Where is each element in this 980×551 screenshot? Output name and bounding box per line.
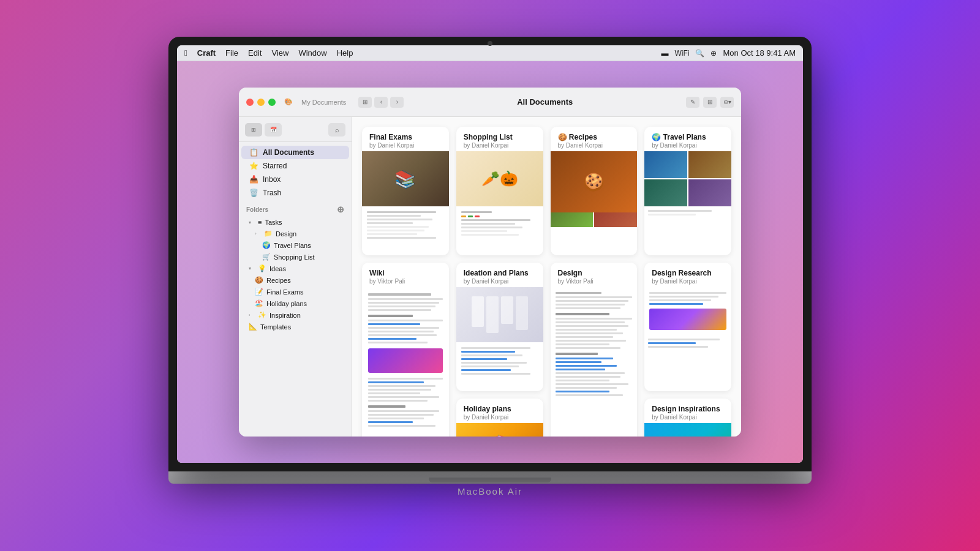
wiki-content-preview [362, 287, 449, 437]
window-titlebar: 🎨 My Documents ⊞ ‹ › All Documents ✎ ⊞ ⊖… [239, 88, 741, 117]
ideas-folder-icon: 💡 [258, 264, 266, 272]
macbook-wrapper:  Craft File Edit View Window Help ▬ WiF… [168, 37, 812, 514]
doc-card-holiday-plans[interactable]: Holiday plans by Daniel Korpai 🏖️ [456, 399, 543, 437]
doc-card-design[interactable]: Design by Viktor Pali [551, 263, 638, 437]
menu-view[interactable]: View [271, 48, 288, 58]
folder-final-exams[interactable]: 📝 Final Exams [241, 286, 349, 298]
folder-inspiration[interactable]: › ✨ Inspiration [241, 309, 349, 321]
calendar-view-button[interactable]: 📅 [265, 123, 282, 137]
back-button[interactable]: ‹ [374, 97, 388, 108]
doc-card-wiki[interactable]: Wiki by Viktor Pali [362, 263, 449, 437]
starred-label: Starred [263, 162, 287, 170]
app-background: 🎨 My Documents ⊞ ‹ › All Documents ✎ ⊞ ⊖… [177, 61, 803, 463]
new-doc-button[interactable]: ✎ [686, 97, 699, 108]
macbook-screen:  Craft File Edit View Window Help ▬ WiF… [168, 37, 812, 471]
final-exams-icon: 📝 [255, 288, 263, 296]
minimize-button[interactable] [257, 99, 265, 106]
card-preview: 🥕🎃 [456, 151, 543, 206]
card-preview [644, 423, 731, 437]
card-title: 🍪 Recipes [558, 133, 630, 141]
sidebar-view-controls: ⊞ 📅 ⌕ [239, 123, 352, 142]
sidebar-item-starred[interactable]: ⭐ Starred [241, 159, 349, 173]
ideas-chevron-icon: ▾ [249, 266, 255, 271]
search-icon[interactable]: 🔍 [695, 49, 704, 58]
craft-window: 🎨 My Documents ⊞ ‹ › All Documents ✎ ⊞ ⊖… [239, 88, 741, 437]
macbook-hinge [429, 478, 551, 482]
menu-window[interactable]: Window [298, 48, 326, 58]
titlebar-nav: ⊞ ‹ › [358, 97, 404, 108]
card-header: Design inspirations by Daniel Korpai [644, 399, 731, 423]
card-preview [644, 151, 731, 206]
card-preview [456, 287, 543, 342]
tasks-folder-icon: ≡ [258, 219, 262, 226]
card-title: Ideation and Plans [464, 269, 536, 277]
card-title: Final Exams [369, 133, 442, 141]
folder-travel-plans[interactable]: 🌍 Travel Plans [241, 239, 349, 251]
folder-design[interactable]: › 📁 Design [241, 228, 349, 239]
macbook-label: MacBook Air [458, 486, 522, 497]
apple-logo:  [184, 48, 187, 58]
add-folder-button[interactable]: ⊕ [337, 204, 344, 214]
sidebar-toggle-button[interactable]: ⊞ [358, 97, 372, 108]
control-icon[interactable]: ⊕ [710, 49, 717, 58]
inbox-label: Inbox [263, 175, 281, 184]
card-author: by Daniel Korpai [558, 142, 630, 149]
more-options-button[interactable]: ⊖▾ [720, 97, 734, 108]
card-header: Wiki by Viktor Pali [362, 263, 449, 287]
doc-card-design-research[interactable]: Design Research by Daniel Korpai [644, 263, 731, 391]
inspiration-folder-label: Inspiration [270, 312, 301, 319]
folder-shopping-list[interactable]: 🛒 Shopping List [241, 251, 349, 263]
card-preview: 📚 [362, 151, 449, 206]
all-docs-icon: 📋 [249, 148, 258, 157]
card-title: Holiday plans [464, 405, 536, 413]
content-area[interactable]: Final Exams by Daniel Korpai 📚 [352, 117, 741, 437]
maximize-button[interactable] [268, 99, 276, 106]
sidebar-item-trash[interactable]: 🗑️ Trash [241, 186, 349, 200]
folder-templates[interactable]: 📐 Templates [241, 321, 349, 332]
close-button[interactable] [246, 99, 254, 106]
card-text-preview [644, 206, 731, 237]
card-header: 🍪 Recipes by Daniel Korpai [551, 127, 638, 151]
design-folder-label: Design [276, 230, 296, 238]
window-title: All Documents [410, 97, 680, 107]
grid-view-button[interactable]: ⊞ [245, 123, 262, 137]
titlebar-actions: ✎ ⊞ ⊖▾ [686, 97, 734, 108]
recipes-photo-grid [551, 212, 638, 243]
macbook-bottom-bar [168, 471, 812, 484]
doc-card-travel-plans[interactable]: 🌍 Travel Plans by Daniel Korpai [644, 127, 731, 255]
menu-file[interactable]: File [225, 48, 238, 58]
card-title: Shopping List [464, 133, 536, 141]
card-header: Final Exams by Daniel Korpai [362, 127, 449, 151]
card-author: by Daniel Korpai [652, 414, 724, 421]
folder-recipes[interactable]: 🍪 Recipes [241, 274, 349, 286]
card-preview: 🍪 [551, 151, 638, 212]
folders-label: Folders [246, 206, 268, 213]
starred-icon: ⭐ [249, 162, 258, 170]
tasks-folder-label: Tasks [265, 219, 282, 226]
folders-section-header: Folders ⊕ [239, 200, 352, 217]
inspiration-chevron-icon: › [249, 312, 255, 318]
folder-holiday-plans[interactable]: 🏖️ Holiday plans [241, 298, 349, 309]
card-author: by Daniel Korpai [464, 142, 536, 149]
doc-card-design-inspirations[interactable]: Design inspirations by Daniel Korpai ? [644, 399, 731, 437]
sidebar-item-inbox[interactable]: 📥 Inbox [241, 173, 349, 186]
sidebar-search-button[interactable]: ⌕ [328, 123, 345, 137]
doc-card-recipes[interactable]: 🍪 Recipes by Daniel Korpai 🍪 [551, 127, 638, 255]
menu-help[interactable]: Help [337, 48, 353, 58]
doc-card-final-exams[interactable]: Final Exams by Daniel Korpai 📚 [362, 127, 449, 255]
main-area: ⊞ 📅 ⌕ 📋 All Documents ⭐ Starred [239, 117, 741, 437]
holiday-plans-icon: 🏖️ [255, 299, 263, 307]
doc-card-ideation[interactable]: Ideation and Plans by Daniel Korpai [456, 263, 543, 391]
card-header: Ideation and Plans by Daniel Korpai [456, 263, 543, 287]
window-name-label: My Documents [301, 99, 346, 106]
holiday-plans-label: Holiday plans [266, 300, 307, 307]
card-header: Holiday plans by Daniel Korpai [456, 399, 543, 423]
forward-button[interactable]: › [390, 97, 404, 108]
folder-ideas[interactable]: ▾ 💡 Ideas [241, 263, 349, 274]
folder-tasks[interactable]: ▾ ≡ Tasks [241, 217, 349, 228]
sidebar-item-all-documents[interactable]: 📋 All Documents [241, 146, 349, 159]
doc-card-shopping-list[interactable]: Shopping List by Daniel Korpai 🥕🎃 [456, 127, 543, 255]
inspiration-folder-icon: ✨ [258, 311, 266, 319]
menu-edit[interactable]: Edit [248, 48, 262, 58]
share-button[interactable]: ⊞ [703, 97, 717, 108]
